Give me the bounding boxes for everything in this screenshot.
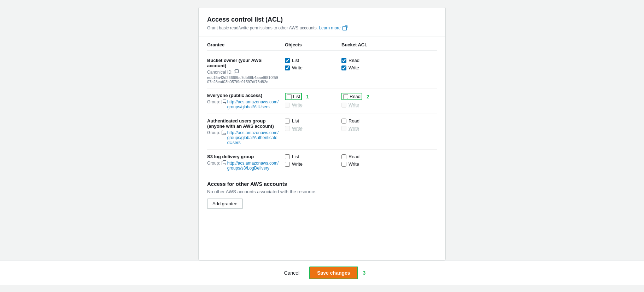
table-row: Everyone (public access) Group: http://a… [207,88,437,114]
objects-everyone: List 1 Write [285,93,341,108]
acl-write-disabled-row: Write [341,126,437,131]
s3-acl-write-label: Write [349,161,359,167]
group-row: Group: http://acs.amazonaws.com/groups/g… [207,99,279,109]
acl-write-checkbox-row: Write [341,161,437,167]
other-accounts-section: Access for other AWS accounts No other A… [207,181,437,209]
list-highlight-box: List [285,93,302,100]
other-accounts-title: Access for other AWS accounts [207,181,437,187]
acl-write-checkbox[interactable] [341,65,346,70]
acl-write-label: Write [349,65,359,70]
auth-acl-write-label: Write [349,126,359,131]
bucket-acl-everyone: Read 2 Write [341,93,437,108]
auth-write-checkbox [285,126,290,131]
bucket-acl-bucket-owner: Read Write [341,58,437,70]
list-checkbox-row: List [285,154,341,159]
table-row: Bucket owner (your AWS account) Canonica… [207,53,437,88]
list-checkbox-row: List [285,118,341,124]
group-url-link[interactable]: http://acs.amazonaws.com/groups/s3/LogDe… [227,161,279,171]
bucket-acl-s3-log: Read Write [341,154,437,167]
write-acl-checkbox-row: Write [341,65,437,70]
learn-more-link[interactable]: Learn more [319,25,347,30]
write-checkbox-row: Write [285,161,341,167]
table-row: S3 log delivery group Group: http://acs.… [207,150,437,175]
read-highlighted-row: Read 2 [341,93,437,100]
objects-s3-log: List Write [285,154,341,167]
footer: Cancel Save changes 3 [0,260,644,285]
auth-read-checkbox[interactable] [341,119,346,124]
everyone-list-label: List [293,94,300,99]
save-changes-wrapper: Save changes 3 [309,267,365,279]
other-accounts-desc: No other AWS accounts associated with th… [207,189,437,194]
objects-authenticated: List Write [285,118,341,131]
canonical-label: Canonical ID: [207,70,233,75]
everyone-list-checkbox[interactable] [287,94,292,99]
s3-write-checkbox[interactable] [285,162,290,167]
grantee-authenticated: Authenticated users group (anyone with a… [207,118,285,145]
header-grantee: Grantee [207,42,285,47]
copy-icon[interactable] [222,131,226,135]
s3-read-checkbox[interactable] [341,154,346,159]
everyone-write-label: Write [292,102,303,108]
copy-icon[interactable] [222,161,226,165]
write-checkbox[interactable] [285,65,290,70]
read-checkbox-row: Read [341,58,437,63]
grantee-bucket-owner: Bucket owner (your AWS account) Canonica… [207,58,285,84]
write-disabled-row: Write [285,126,341,131]
write-disabled-row: Write [285,102,341,108]
grantee-name: Authenticated users group (anyone with a… [207,118,279,129]
copy-icon[interactable] [222,100,226,104]
write-checkbox-row: Write [285,65,341,70]
cancel-button[interactable]: Cancel [279,267,305,279]
s3-read-label: Read [349,154,359,159]
s3-list-label: List [292,154,299,159]
auth-acl-write-checkbox [341,126,346,131]
everyone-write-checkbox [285,103,290,108]
list-checkbox-row: List [285,58,341,63]
canonical-id-value: edc15a42d26668bc7db66b4aae9f810f5907c28e… [207,75,279,84]
objects-bucket-owner: List Write [285,58,341,70]
everyone-read-checkbox[interactable] [343,94,348,99]
annotation-2: 2 [367,94,369,99]
group-row: Group: http://acs.amazonaws.com/groups/g… [207,130,279,145]
bucket-acl-authenticated: Read Write [341,118,437,131]
read-label: Read [349,58,359,63]
copy-icon[interactable] [234,70,238,74]
write-label: Write [292,65,303,70]
add-grantee-button[interactable]: Add grantee [207,199,243,209]
auth-read-label: Read [349,118,359,124]
auth-list-label: List [292,118,299,124]
list-checkbox[interactable] [285,58,290,63]
auth-list-checkbox[interactable] [285,119,290,124]
section-desc: Grant basic read/write permissions to ot… [207,25,437,30]
group-label: Group: [207,161,220,166]
table-header: Grantee Objects Bucket ACL [207,42,437,51]
acl-card: Access control list (ACL) Grant basic re… [198,7,446,260]
section-title: Access control list (ACL) [207,16,437,23]
table-row: Authenticated users group (anyone with a… [207,114,437,150]
read-checkbox-row: Read [341,118,437,124]
s3-acl-write-checkbox[interactable] [341,162,346,167]
everyone-acl-write-label: Write [349,102,359,108]
section-desc-text: Grant basic read/write permissions to ot… [207,25,318,30]
read-highlight-box: Read [341,93,362,100]
group-label: Group: [207,99,220,104]
s3-write-label: Write [292,161,303,167]
everyone-read-label: Read [350,94,361,99]
divider [199,36,445,36]
group-url-link[interactable]: http://acs.amazonaws.com/groups/global/A… [227,99,279,109]
read-checkbox[interactable] [341,58,346,63]
save-changes-button[interactable]: Save changes [309,267,358,279]
header-bucket-acl: Bucket ACL [341,42,437,47]
s3-list-checkbox[interactable] [285,154,290,159]
list-label: List [292,58,299,63]
read-checkbox-row: Read [341,154,437,159]
grantee-everyone: Everyone (public access) Group: http://a… [207,93,285,109]
grantee-name: Bucket owner (your AWS account) [207,58,279,68]
group-url-link[interactable]: http://acs.amazonaws.com/groups/global/A… [227,130,279,145]
group-row: Group: http://acs.amazonaws.com/groups/s… [207,161,279,171]
grantee-s3-log: S3 log delivery group Group: http://acs.… [207,154,285,171]
list-highlighted-row: List 1 [285,93,341,100]
group-label: Group: [207,130,220,135]
canonical-id-row: Canonical ID: [207,70,279,75]
grantee-name: Everyone (public access) [207,93,279,98]
